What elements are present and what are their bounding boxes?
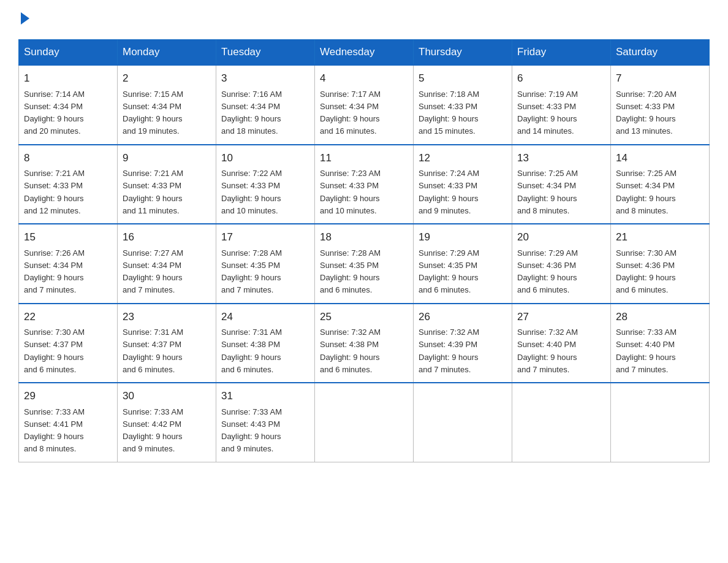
day-info: Sunrise: 7:33 AMSunset: 4:40 PMDaylight:… (616, 327, 677, 374)
calendar-week-row: 1Sunrise: 7:14 AMSunset: 4:34 PMDaylight… (19, 65, 710, 145)
calendar-week-row: 15Sunrise: 7:26 AMSunset: 4:34 PMDayligh… (19, 224, 710, 304)
day-number: 11 (320, 150, 408, 166)
calendar-cell: 12Sunrise: 7:24 AMSunset: 4:33 PMDayligh… (414, 145, 512, 224)
calendar-cell: 9Sunrise: 7:21 AMSunset: 4:33 PMDaylight… (118, 145, 216, 224)
day-header-sunday: Sunday (19, 40, 118, 66)
calendar-cell (512, 383, 611, 462)
day-number: 2 (123, 71, 211, 86)
day-number: 19 (419, 229, 507, 245)
calendar-cell: 26Sunrise: 7:32 AMSunset: 4:39 PMDayligh… (414, 304, 512, 383)
day-header-friday: Friday (512, 40, 611, 66)
day-number: 26 (419, 309, 507, 325)
day-number: 14 (616, 150, 704, 166)
day-info: Sunrise: 7:18 AMSunset: 4:33 PMDaylight:… (419, 90, 479, 136)
day-info: Sunrise: 7:30 AMSunset: 4:36 PMDaylight:… (616, 248, 677, 295)
calendar-cell (414, 383, 512, 462)
day-info: Sunrise: 7:27 AMSunset: 4:34 PMDaylight:… (123, 248, 183, 295)
day-info: Sunrise: 7:19 AMSunset: 4:33 PMDaylight:… (517, 90, 578, 136)
calendar-cell: 10Sunrise: 7:22 AMSunset: 4:33 PMDayligh… (216, 145, 315, 224)
day-number: 5 (419, 71, 507, 86)
day-number: 4 (320, 71, 408, 86)
calendar-cell: 21Sunrise: 7:30 AMSunset: 4:36 PMDayligh… (611, 224, 710, 304)
day-info: Sunrise: 7:32 AMSunset: 4:38 PMDaylight:… (320, 327, 381, 374)
logo (18, 12, 29, 27)
calendar-cell: 13Sunrise: 7:25 AMSunset: 4:34 PMDayligh… (512, 145, 611, 224)
day-number: 16 (123, 229, 211, 245)
day-info: Sunrise: 7:30 AMSunset: 4:37 PMDaylight:… (24, 327, 85, 374)
day-number: 6 (517, 71, 605, 86)
day-number: 28 (616, 309, 704, 325)
calendar-cell: 6Sunrise: 7:19 AMSunset: 4:33 PMDaylight… (512, 65, 611, 145)
day-info: Sunrise: 7:29 AMSunset: 4:36 PMDaylight:… (517, 248, 578, 295)
calendar-cell: 31Sunrise: 7:33 AMSunset: 4:43 PMDayligh… (216, 383, 315, 462)
day-info: Sunrise: 7:16 AMSunset: 4:34 PMDaylight:… (221, 90, 282, 136)
day-info: Sunrise: 7:17 AMSunset: 4:34 PMDaylight:… (320, 90, 381, 136)
page-header (18, 12, 710, 27)
calendar-cell: 18Sunrise: 7:28 AMSunset: 4:35 PMDayligh… (315, 224, 414, 304)
day-number: 30 (123, 388, 211, 404)
day-info: Sunrise: 7:23 AMSunset: 4:33 PMDaylight:… (320, 169, 381, 215)
calendar-table: SundayMondayTuesdayWednesdayThursdayFrid… (18, 39, 710, 462)
day-number: 17 (221, 229, 309, 245)
day-number: 13 (517, 150, 605, 166)
day-info: Sunrise: 7:20 AMSunset: 4:33 PMDaylight:… (616, 90, 677, 136)
day-info: Sunrise: 7:28 AMSunset: 4:35 PMDaylight:… (320, 248, 381, 295)
calendar-cell: 22Sunrise: 7:30 AMSunset: 4:37 PMDayligh… (19, 304, 118, 383)
calendar-cell: 29Sunrise: 7:33 AMSunset: 4:41 PMDayligh… (19, 383, 118, 462)
calendar-cell: 30Sunrise: 7:33 AMSunset: 4:42 PMDayligh… (118, 383, 216, 462)
calendar-cell: 25Sunrise: 7:32 AMSunset: 4:38 PMDayligh… (315, 304, 414, 383)
calendar-cell: 2Sunrise: 7:15 AMSunset: 4:34 PMDaylight… (118, 65, 216, 145)
calendar-cell: 24Sunrise: 7:31 AMSunset: 4:38 PMDayligh… (216, 304, 315, 383)
day-header-tuesday: Tuesday (216, 40, 315, 66)
day-info: Sunrise: 7:24 AMSunset: 4:33 PMDaylight:… (419, 169, 479, 215)
calendar-cell: 17Sunrise: 7:28 AMSunset: 4:35 PMDayligh… (216, 224, 315, 304)
day-info: Sunrise: 7:33 AMSunset: 4:42 PMDaylight:… (123, 407, 183, 454)
day-info: Sunrise: 7:32 AMSunset: 4:39 PMDaylight:… (419, 327, 479, 374)
day-number: 25 (320, 309, 408, 325)
calendar-cell: 23Sunrise: 7:31 AMSunset: 4:37 PMDayligh… (118, 304, 216, 383)
calendar-cell: 20Sunrise: 7:29 AMSunset: 4:36 PMDayligh… (512, 224, 611, 304)
calendar-cell: 16Sunrise: 7:27 AMSunset: 4:34 PMDayligh… (118, 224, 216, 304)
day-info: Sunrise: 7:15 AMSunset: 4:34 PMDaylight:… (123, 90, 183, 136)
day-number: 1 (24, 71, 112, 86)
day-info: Sunrise: 7:31 AMSunset: 4:37 PMDaylight:… (123, 327, 183, 374)
day-info: Sunrise: 7:33 AMSunset: 4:43 PMDaylight:… (221, 407, 282, 454)
calendar-week-row: 8Sunrise: 7:21 AMSunset: 4:33 PMDaylight… (19, 145, 710, 224)
calendar-header-row: SundayMondayTuesdayWednesdayThursdayFrid… (19, 40, 710, 66)
calendar-week-row: 22Sunrise: 7:30 AMSunset: 4:37 PMDayligh… (19, 304, 710, 383)
calendar-week-row: 29Sunrise: 7:33 AMSunset: 4:41 PMDayligh… (19, 383, 710, 462)
day-info: Sunrise: 7:25 AMSunset: 4:34 PMDaylight:… (517, 169, 578, 215)
calendar-cell: 11Sunrise: 7:23 AMSunset: 4:33 PMDayligh… (315, 145, 414, 224)
day-number: 22 (24, 309, 112, 325)
day-info: Sunrise: 7:21 AMSunset: 4:33 PMDaylight:… (123, 169, 183, 215)
calendar-cell: 14Sunrise: 7:25 AMSunset: 4:34 PMDayligh… (611, 145, 710, 224)
logo-triangle-icon (21, 12, 29, 25)
day-info: Sunrise: 7:21 AMSunset: 4:33 PMDaylight:… (24, 169, 85, 215)
calendar-cell (611, 383, 710, 462)
calendar-cell: 3Sunrise: 7:16 AMSunset: 4:34 PMDaylight… (216, 65, 315, 145)
day-info: Sunrise: 7:28 AMSunset: 4:35 PMDaylight:… (221, 248, 282, 295)
calendar-cell: 4Sunrise: 7:17 AMSunset: 4:34 PMDaylight… (315, 65, 414, 145)
day-header-thursday: Thursday (414, 40, 512, 66)
day-info: Sunrise: 7:32 AMSunset: 4:40 PMDaylight:… (517, 327, 578, 374)
day-number: 10 (221, 150, 309, 166)
day-number: 18 (320, 229, 408, 245)
calendar-cell: 28Sunrise: 7:33 AMSunset: 4:40 PMDayligh… (611, 304, 710, 383)
day-number: 20 (517, 229, 605, 245)
day-info: Sunrise: 7:22 AMSunset: 4:33 PMDaylight:… (221, 169, 282, 215)
day-info: Sunrise: 7:33 AMSunset: 4:41 PMDaylight:… (24, 407, 85, 454)
day-number: 23 (123, 309, 211, 325)
calendar-cell: 15Sunrise: 7:26 AMSunset: 4:34 PMDayligh… (19, 224, 118, 304)
calendar-cell: 1Sunrise: 7:14 AMSunset: 4:34 PMDaylight… (19, 65, 118, 145)
day-number: 9 (123, 150, 211, 166)
day-info: Sunrise: 7:29 AMSunset: 4:35 PMDaylight:… (419, 248, 479, 295)
day-header-saturday: Saturday (611, 40, 710, 66)
calendar-cell (315, 383, 414, 462)
day-number: 21 (616, 229, 704, 245)
calendar-cell: 27Sunrise: 7:32 AMSunset: 4:40 PMDayligh… (512, 304, 611, 383)
day-number: 7 (616, 71, 704, 86)
day-header-wednesday: Wednesday (315, 40, 414, 66)
calendar-cell: 8Sunrise: 7:21 AMSunset: 4:33 PMDaylight… (19, 145, 118, 224)
day-number: 27 (517, 309, 605, 325)
day-info: Sunrise: 7:14 AMSunset: 4:34 PMDaylight:… (24, 90, 85, 136)
